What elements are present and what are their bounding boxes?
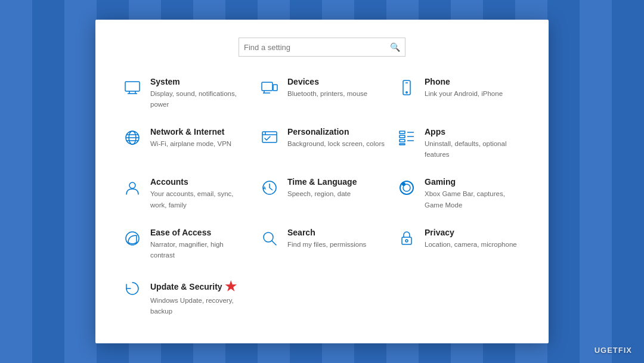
settings-item-system[interactable]: System Display, sound, notifications, po… [119,73,250,113]
svg-point-10 [406,92,407,93]
settings-item-personalization[interactable]: Personalization Background, lock screen,… [256,123,388,163]
settings-item-gaming[interactable]: Gaming Xbox Game Bar, captures, Game Mod… [394,173,525,213]
settings-item-devices[interactable]: Devices Bluetooth, printers, mouse [256,73,388,113]
svg-rect-21 [400,139,405,142]
apps-icon [396,127,417,148]
svg-point-26 [129,182,135,188]
devices-icon [259,77,280,98]
svg-point-39 [405,240,408,242]
network-icon [122,127,143,148]
svg-text:A: A [263,186,266,190]
svg-rect-38 [402,237,411,244]
devices-text: Devices Bluetooth, printers, mouse [287,77,385,98]
svg-line-29 [270,188,273,190]
settings-item-ease[interactable]: Ease of Access Narrator, magnifier, high… [119,224,250,263]
personalization-subtitle: Background, lock screen, colors [287,140,385,147]
settings-item-apps[interactable]: Apps Uninstall, defaults, optional featu… [394,123,525,163]
privacy-title: Privacy [425,228,522,237]
update-icon [122,278,143,299]
time-icon: A [259,177,280,198]
search-icon: 🔍 [390,42,400,52]
system-title: System [150,77,248,86]
settings-item-phone[interactable]: Phone Link your Android, iPhone [394,73,525,113]
svg-rect-4 [262,82,273,91]
ease-title: Ease of Access [150,228,248,237]
personalization-text: Personalization Background, lock screen,… [287,127,385,148]
settings-item-accounts[interactable]: Accounts Your accounts, email, sync, wor… [119,173,250,213]
accounts-title: Accounts [150,177,248,187]
ease-text: Ease of Access Narrator, magnifier, high… [150,228,248,260]
svg-line-37 [272,241,276,245]
apps-subtitle: Uninstall, defaults, optional features [425,140,506,158]
ease-icon [122,228,143,249]
phone-icon [396,77,417,98]
devices-title: Devices [287,77,385,86]
system-icon [122,77,143,98]
settings-grid: System Display, sound, notifications, po… [119,73,525,319]
update-subtitle: Windows Update, recovery, backup [150,297,234,315]
privacy-subtitle: Location, camera, microphone [425,241,517,248]
gaming-icon [396,177,417,198]
gaming-title: Gaming [425,177,522,187]
apps-text: Apps Uninstall, defaults, optional featu… [425,127,522,159]
update-title: Update & Security★ [150,278,248,293]
ease-subtitle: Narrator, magnifier, high contrast [150,241,224,259]
system-text: System Display, sound, notifications, po… [150,77,248,109]
svg-point-31 [400,181,413,194]
accounts-icon [122,177,143,198]
watermark: UGETFIX [595,346,632,355]
search-subtitle: Find my files, permissions [287,241,366,248]
privacy-text: Privacy Location, camera, microphone [425,228,522,249]
settings-item-privacy[interactable]: Privacy Location, camera, microphone [394,224,525,263]
phone-subtitle: Link your Android, iPhone [425,90,503,97]
search-bar-row: 🔍 [119,38,525,57]
update-text: Update & Security★ Windows Update, recov… [150,278,248,316]
settings-window: 🔍 System Display, sound, notifications, … [95,20,549,343]
gaming-text: Gaming Xbox Game Bar, captures, Game Mod… [425,177,522,209]
svg-rect-20 [400,135,405,138]
system-subtitle: Display, sound, notifications, power [150,90,237,108]
privacy-icon [396,228,417,249]
gaming-subtitle: Xbox Game Bar, captures, Game Mode [425,190,505,208]
settings-item-time[interactable]: A Time & Language Speech, region, date [256,173,388,213]
network-text: Network & Internet Wi-Fi, airplane mode,… [150,127,248,148]
search-icon [259,228,280,249]
phone-title: Phone [425,77,522,86]
apps-title: Apps [425,127,522,136]
svg-rect-22 [400,144,405,145]
personalization-icon [259,127,280,148]
settings-item-update[interactable]: Update & Security★ Windows Update, recov… [119,274,250,319]
time-subtitle: Speech, region, date [287,190,351,197]
svg-rect-19 [400,131,405,134]
network-title: Network & Internet [150,127,248,136]
devices-subtitle: Bluetooth, printers, mouse [287,90,367,97]
search-input[interactable] [244,43,390,52]
phone-text: Phone Link your Android, iPhone [425,77,522,98]
settings-item-network[interactable]: Network & Internet Wi-Fi, airplane mode,… [119,123,250,163]
time-text: Time & Language Speech, region, date [287,177,385,198]
svg-rect-0 [125,82,140,91]
accounts-subtitle: Your accounts, email, sync, work, family [150,190,234,208]
svg-point-33 [402,182,405,186]
search-bar[interactable]: 🔍 [239,38,405,57]
settings-item-search[interactable]: Search Find my files, permissions [256,224,388,263]
svg-rect-5 [273,85,277,91]
personalization-title: Personalization [287,127,385,136]
accounts-text: Accounts Your accounts, email, sync, wor… [150,177,248,209]
search-text: Search Find my files, permissions [287,228,385,249]
network-subtitle: Wi-Fi, airplane mode, VPN [150,140,231,147]
search-title: Search [287,228,385,237]
time-title: Time & Language [287,177,385,187]
